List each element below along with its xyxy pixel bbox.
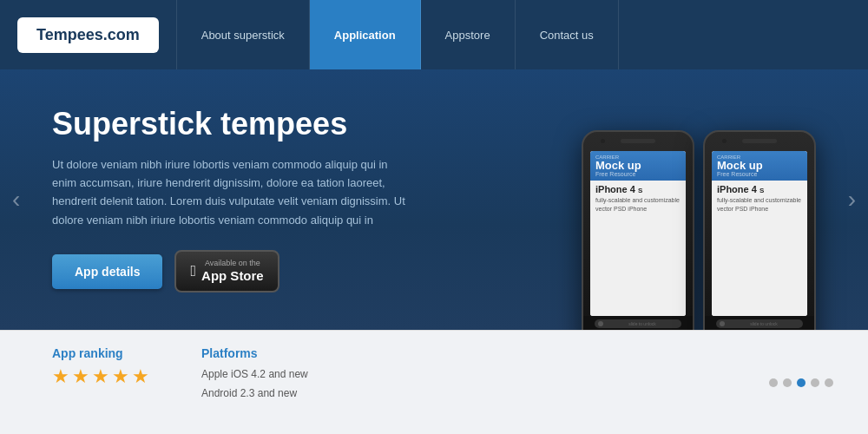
slide-bar-1: slide to unlock (595, 319, 682, 328)
phone-camera-2 (722, 139, 727, 143)
platforms-column: Platforms Apple iOS 4.2 and new Android … (201, 346, 308, 418)
phone-bottom-2: slide to unlock (705, 316, 814, 330)
next-arrow[interactable]: › (848, 186, 856, 214)
app-details-button[interactable]: App details (52, 254, 162, 289)
slide-dot-2 (720, 321, 725, 326)
navbar: Tempees.com About superstick Application… (0, 0, 868, 69)
slide-bar-2: slide to unlock (716, 319, 804, 328)
iphone-model-2: iPhone 4 S (717, 184, 802, 194)
bottom-section: App ranking ★ ★ ★ ★ ★ Platforms Apple iO… (0, 330, 868, 434)
apple-icon:  (190, 262, 196, 281)
slide-dot-1 (598, 321, 603, 326)
platforms-list: Apple iOS 4.2 and new Android 2.3 and ne… (201, 365, 308, 403)
dot-5[interactable] (825, 378, 833, 387)
nav-item-about[interactable]: About superstick (176, 0, 310, 69)
hero-body: Ut dolore veniam nibh iriure lobortis ve… (52, 155, 408, 230)
star-3: ★ (92, 365, 109, 388)
mock-up-2: Mock up (717, 160, 802, 171)
phone-screen-body-2: iPhone 4 S fully-scalable and customizab… (712, 181, 807, 316)
iphone-desc-1: fully-scalable and customizable vector P… (595, 196, 681, 214)
phone-bottom-1: slide to unlock (583, 316, 693, 330)
nav-item-application[interactable]: Application (310, 0, 421, 69)
nav-items: About superstick Application Appstore Co… (176, 0, 851, 69)
prev-arrow[interactable]: ‹ (12, 186, 20, 214)
mock-up-1: Mock up (595, 160, 681, 171)
logo[interactable]: Tempees.com (17, 17, 159, 53)
platforms-title: Platforms (201, 346, 308, 360)
slide-text-2: slide to unlock (728, 321, 800, 326)
star-5: ★ (132, 365, 149, 388)
star-2: ★ (72, 365, 89, 388)
dot-1[interactable] (769, 378, 778, 387)
star-4: ★ (112, 365, 129, 388)
appstore-button[interactable]:  Available on the App Store (174, 250, 279, 293)
platform-android: Android 2.3 and new (201, 385, 308, 404)
phone-screen-top-1: CARRIER Mock up Free Resource (590, 151, 686, 181)
slide-text-1: slide to unlock (607, 321, 679, 326)
phone-2: CARRIER Mock up Free Resource iPhone 4 S… (703, 130, 816, 330)
ranking-title: App ranking (52, 346, 149, 360)
bottom-left: App ranking ★ ★ ★ ★ ★ Platforms Apple iO… (0, 331, 734, 434)
appstore-large-text: App Store (201, 268, 264, 284)
dot-4[interactable] (811, 378, 819, 387)
phone-screen-2: CARRIER Mock up Free Resource iPhone 4 S… (712, 151, 807, 316)
phone-screen-body-1: iPhone 4 S fully-scalable and customizab… (590, 181, 686, 316)
dots-area (734, 331, 868, 434)
star-1: ★ (52, 365, 69, 388)
hero-section: ‹ Superstick tempees Ut dolore veniam ni… (0, 69, 868, 330)
iphone-model-1: iPhone 4 S (595, 184, 681, 194)
dot-3[interactable] (797, 378, 806, 387)
hero-title: Superstick tempees (52, 107, 408, 141)
platform-ios: Apple iOS 4.2 and new (201, 365, 308, 385)
phone-speaker-2 (742, 139, 777, 143)
hero-content: Superstick tempees Ut dolore veniam nibh… (0, 81, 460, 319)
ranking-column: App ranking ★ ★ ★ ★ ★ (52, 346, 149, 418)
nav-item-contact[interactable]: Contact us (516, 0, 619, 69)
stars: ★ ★ ★ ★ ★ (52, 365, 149, 388)
phone-screen-top-2: CARRIER Mock up Free Resource (712, 151, 807, 181)
nav-item-appstore[interactable]: Appstore (421, 0, 516, 69)
phone-camera-1 (601, 139, 605, 143)
appstore-row:  Available on the App Store (190, 259, 263, 284)
phones-area: CARRIER Mock up Free Resource iPhone 4 S… (582, 130, 816, 330)
appstore-text: Available on the App Store (201, 259, 264, 284)
phone-speaker-1 (621, 139, 655, 143)
phone-1: CARRIER Mock up Free Resource iPhone 4 S… (582, 130, 694, 330)
free-resource-2: Free Resource (717, 171, 802, 177)
phone-screen-1: CARRIER Mock up Free Resource iPhone 4 S… (590, 151, 686, 316)
hero-buttons: App details  Available on the App Store (52, 250, 408, 293)
iphone-desc-2: fully-scalable and customizable vector P… (717, 196, 802, 214)
dot-2[interactable] (783, 378, 792, 387)
appstore-small-text: Available on the (201, 259, 264, 268)
free-resource-1: Free Resource (595, 171, 681, 177)
